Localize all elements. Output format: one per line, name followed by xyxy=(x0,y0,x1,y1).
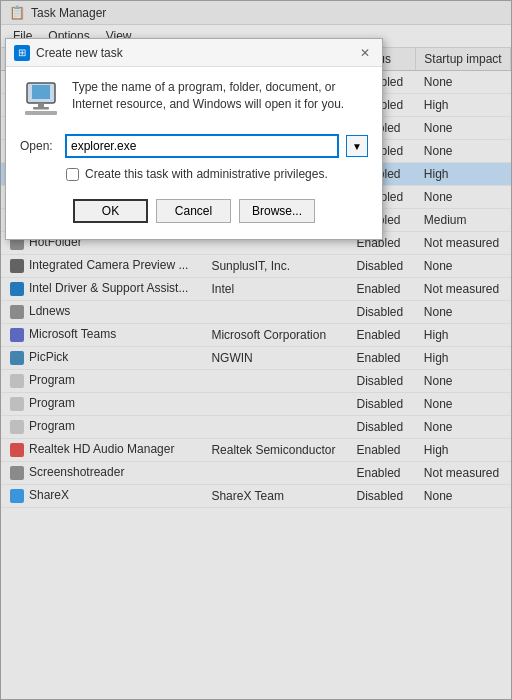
create-task-dialog: ⊞ Create new task ✕ Type the name of a p… xyxy=(5,38,383,240)
checkbox-row: Create this task with administrative pri… xyxy=(66,167,368,181)
dialog-body: Type the name of a program, folder, docu… xyxy=(6,67,382,239)
close-button[interactable]: ✕ xyxy=(356,44,374,62)
cancel-button[interactable]: Cancel xyxy=(156,199,231,223)
admin-privilege-label: Create this task with administrative pri… xyxy=(85,167,328,181)
browse-button[interactable]: Browse... xyxy=(239,199,315,223)
svg-rect-22 xyxy=(33,107,49,110)
open-label: Open: xyxy=(20,139,58,153)
open-row: Open: ▼ xyxy=(20,135,368,157)
svg-rect-21 xyxy=(38,103,44,107)
dialog-title: Create new task xyxy=(36,46,350,60)
dialog-icon: ⊞ xyxy=(14,45,30,61)
admin-privilege-checkbox[interactable] xyxy=(66,168,79,181)
open-input[interactable] xyxy=(66,135,338,157)
dialog-buttons: OK Cancel Browse... xyxy=(20,199,368,227)
dropdown-button[interactable]: ▼ xyxy=(346,135,368,157)
description-row: Type the name of a program, folder, docu… xyxy=(20,79,368,121)
svg-rect-20 xyxy=(32,85,50,99)
svg-rect-23 xyxy=(25,111,57,115)
computer-icon xyxy=(20,81,62,119)
ok-button[interactable]: OK xyxy=(73,199,148,223)
dialog-titlebar: ⊞ Create new task ✕ xyxy=(6,39,382,67)
dialog-description: Type the name of a program, folder, docu… xyxy=(72,79,368,113)
computer-icon-box xyxy=(20,79,62,121)
